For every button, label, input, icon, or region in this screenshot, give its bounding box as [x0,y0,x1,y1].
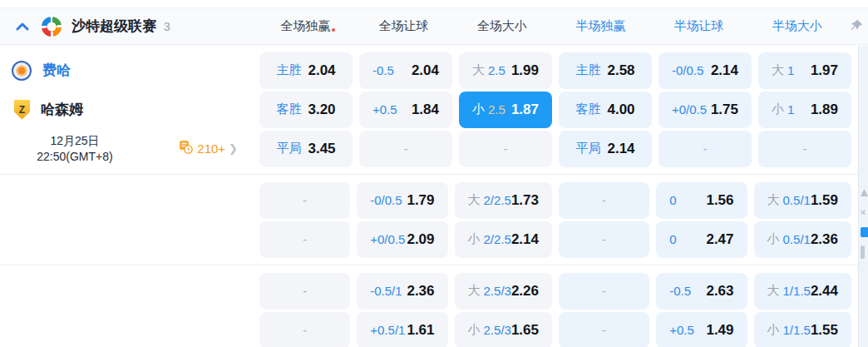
handicap-odds-cell[interactable]: -0.52.04 [359,52,452,89]
handicap-odds-cell[interactable]: -0.52.63 [656,273,747,310]
overunder-odds-cell[interactable]: 小0.5/12.36 [754,221,851,258]
odds-cell-wrap: -0.5/12.36 [353,273,451,310]
selection-label: 平局 [276,141,301,156]
moneyline-odds-cell[interactable]: 主胜2.58 [559,52,652,89]
odds-body: 费哈主胜2.04-0.52.04大2.51.99主胜2.58-0/0.52.14… [0,45,868,347]
clipped-close-icon[interactable]: × [861,209,868,216]
collapse-button[interactable] [13,17,32,36]
handicap-odds-cell[interactable]: -0/0.51.79 [357,182,447,219]
handicap-odds-cell[interactable]: +0/0.52.09 [357,221,447,258]
handicap-odds-cell[interactable]: 02.47 [656,221,747,258]
total-line: 2/2.5 [484,193,511,207]
odds-cell-wrap: +0.5/11.61 [353,312,451,347]
moneyline-odds-cell[interactable]: 客胜4.00 [559,92,652,128]
overunder-odds-cell-selected[interactable]: 小2.51.87 [459,92,552,128]
over-under-side: 小 [767,322,780,338]
odds-value: 4.00 [607,102,634,118]
column-header-halftime-handicap[interactable]: 半场让球 [649,18,747,34]
overunder-odds-cell[interactable]: 大11.97 [758,52,851,89]
odds-cell-wrap: 客胜3.20 [256,92,356,128]
handicap-odds-cell[interactable]: +0.51.49 [656,312,747,347]
handicap-odds-cell[interactable]: 01.56 [656,182,747,219]
clipped-blue-chip-icon[interactable] [861,227,868,237]
odds-value: 1.87 [511,102,539,118]
odds-value: 3.20 [308,102,335,118]
overunder-label-group: 大2/2.5 [468,192,511,208]
selection-label: 主胜 [276,62,301,78]
overunder-odds-cell[interactable]: 小2/2.52.14 [455,221,552,258]
odds-cell-wrap: - [755,131,855,167]
odds-value: 1.56 [706,192,733,209]
overunder-odds-cell[interactable]: 小11.89 [758,92,851,128]
pin-button[interactable] [848,17,866,36]
total-line: 2.5 [488,63,506,77]
away-team-name[interactable]: 哈森姆 [41,100,83,119]
overunder-odds-cell[interactable]: 大0.5/11.59 [754,182,851,219]
handicap-odds-cell[interactable]: +0.5/11.61 [357,312,447,347]
over-under-side: 大 [468,283,481,299]
odds-value: 1.97 [811,62,838,79]
markets-list-clock-icon [179,140,193,157]
overunder-odds-cell[interactable]: 大2/2.51.73 [455,182,552,219]
odds-cell-wrap: +0/0.51.75 [655,92,755,128]
odds-cell-wrap: 主胜2.58 [555,52,655,89]
odds-value: 2.09 [407,231,434,248]
odds-value: 1.49 [706,322,733,339]
home-team-name[interactable]: 费哈 [42,61,71,80]
more-markets-button[interactable]: 210+❯ [179,140,238,157]
league-header: 沙特超级联赛 3 全场独赢 全场让球 全场大小 半场独赢 半场让球 半场大小 [0,8,868,45]
right-edge-strip: × [858,46,868,347]
empty-odds-cell: - [359,131,452,167]
overunder-odds-cell[interactable]: 小1/1.51.55 [754,312,851,347]
column-header-fulltime-1x2[interactable]: 全场独赢 [256,18,354,34]
overunder-label-group: 小1/1.5 [767,322,811,338]
moneyline-odds-cell[interactable]: 平局3.45 [259,131,353,167]
overunder-odds-cell[interactable]: 大1/1.52.44 [754,273,851,310]
over-under-side: 大 [468,192,481,208]
overunder-odds-cell[interactable]: 大2.5/32.26 [455,273,552,310]
overunder-odds-cell[interactable]: 大2.51.99 [459,52,552,89]
league-header-left: 沙特超级联赛 3 [0,17,256,37]
over-under-side: 小 [468,322,481,338]
scrollbar-thumb[interactable] [861,245,865,259]
odds-cell-wrap: 主胜2.04 [256,52,356,89]
overunder-odds-cell[interactable]: 小2.5/31.65 [455,312,552,347]
odds-cell-wrap: - [256,312,353,347]
league-name[interactable]: 沙特超级联赛 [72,17,156,36]
match-date: 12月25日 [12,133,138,149]
odds-value: 1.73 [511,192,539,209]
handicap-odds-cell[interactable]: +0.51.84 [359,92,452,128]
column-header-halftime-overunder[interactable]: 半场大小 [748,18,846,34]
total-line: 2/2.5 [484,232,511,246]
handicap-line: +0.5 [372,102,397,116]
top-strip [0,0,868,8]
handicap-odds-cell[interactable]: -0.5/12.36 [357,273,447,310]
odds-cell-wrap: 大2/2.51.73 [451,182,555,219]
clipped-widget-icon[interactable] [861,189,868,196]
odds-cell-wrap: 大0.5/11.59 [751,182,855,219]
odds-cell-wrap: 大2.5/32.26 [451,273,555,310]
empty-odds-cell: - [758,131,851,167]
chevron-right-icon: ❯ [229,142,238,155]
handicap-line: -0/0.5 [370,193,402,207]
total-line: 1 [787,102,794,116]
column-header-halftime-1x2[interactable]: 半场独赢 [551,18,649,34]
empty-odds-cell: - [459,131,552,167]
column-header-fulltime-handicap[interactable]: 全场让球 [354,18,452,34]
odds-cell-wrap: 小11.89 [755,92,855,128]
odds-row: Z哈森姆客胜3.20+0.51.84小2.51.87客胜4.00+0/0.51.… [0,90,868,129]
column-header-fulltime-overunder[interactable]: 全场大小 [453,18,551,34]
handicap-odds-cell[interactable]: +0/0.51.75 [658,92,752,128]
handicap-odds-cell[interactable]: -0/0.52.14 [658,52,752,89]
odds-value: 2.36 [811,231,838,248]
moneyline-odds-cell[interactable]: 平局2.14 [559,131,652,167]
moneyline-odds-cell[interactable]: 主胜2.04 [259,52,353,89]
handicap-line: +0.5/1 [370,323,405,337]
odds-cell-wrap: - [555,273,653,310]
handicap-line: +0.5 [669,323,694,337]
overunder-label-group: 小0.5/1 [767,231,811,247]
over-under-side: 大 [767,283,780,299]
empty-odds-cell: - [559,221,649,258]
moneyline-odds-cell[interactable]: 客胜3.20 [259,92,353,128]
odds-cell-wrap: - [256,273,353,310]
